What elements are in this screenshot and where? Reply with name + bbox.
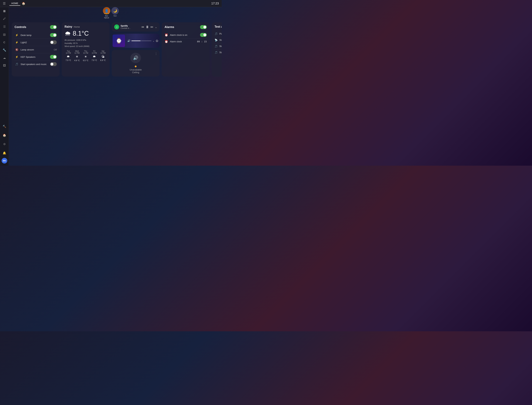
spotify-controls: ⏮ ⏸ ⏭ ⌄ xyxy=(141,25,157,29)
testapp-wakeup-light: 📡 Start wake up light xyxy=(214,37,222,43)
alarm-item-time: ⏰ Alarm clock 09 : 15 xyxy=(165,38,207,45)
forecast-thu: Thu12 PM ☀ 6.5 °C xyxy=(82,50,90,61)
start-speakers-icon: 🎵 xyxy=(14,62,19,66)
spotify-header: ♫ Spotify Cumbia d... ⏮ ⏸ ⏭ ⌄ xyxy=(114,24,157,29)
sidebar-icon-list[interactable]: ☰ xyxy=(1,23,8,30)
spotify-logo: ♫ xyxy=(114,24,119,29)
air-pressure: Air pressure: 1008.9 hPa xyxy=(65,39,107,42)
spotify-info: Spotify Cumbia d... xyxy=(121,25,140,29)
testapp-speakers-label: Start speakers xyxy=(219,51,222,54)
media-player-card: ⌚ 🔊 ⌄ ⏻ xyxy=(112,34,160,48)
kef-label: KEF Speakers xyxy=(21,56,48,58)
sidebar-icon-grid[interactable]: ⊞ xyxy=(1,7,8,14)
more-options-icon[interactable]: ⋮ xyxy=(155,52,158,55)
menu-icon[interactable]: ☰ xyxy=(3,2,6,6)
volume-slider[interactable] xyxy=(131,40,152,41)
lamp-stroom-value: Off xyxy=(54,48,57,51)
forecast-row: Tue12 PM 🌧 7.9 °C Wed12 PM ☀ 4.9 °C Thu1… xyxy=(65,50,107,61)
sidebar-icon-inbox[interactable]: 🖉 xyxy=(1,15,8,22)
spotify-track: Cumbia d... xyxy=(121,27,140,29)
sidebar-bottom: 🔨 🏠 ⚙ 🔔 BN xyxy=(1,122,8,166)
sidebar: ⊞ 🖉 ☰ ▧ C 🔧 ☁ 🖼 🔨 🏠 ⚙ 🔔 BN xyxy=(0,0,9,166)
testapp-spotify-label: Play Spotify on speakers xyxy=(219,33,222,35)
desk-lamp-label: Desk lamp xyxy=(21,34,48,36)
desk-lamp-toggle[interactable] xyxy=(50,33,57,37)
user-profile-area: 👤 WORK 🌙 Bas Nijholt Sun xyxy=(103,7,119,19)
alarm-time-value: 09 : 15 xyxy=(197,40,207,43)
profile-labels: Bas Nijholt Sun xyxy=(103,15,119,19)
sidebar-icon-media[interactable]: 🖼 xyxy=(1,62,8,69)
sidebar-avatar[interactable]: BN xyxy=(2,158,7,163)
weather-condition: Rainy xyxy=(65,25,72,28)
testapp-speakers-icon: 🎵 xyxy=(214,51,218,54)
sidebar-build-icon[interactable]: 🔨 xyxy=(1,123,8,130)
alarms-header: Alarms xyxy=(165,25,207,29)
test-apps-header: Test apps xyxy=(214,25,222,28)
unavailable-sublabel: Ceiling xyxy=(132,71,139,74)
start-speakers-toggle[interactable] xyxy=(50,62,57,66)
spotify-play[interactable]: ⏸ xyxy=(145,25,149,29)
work-badge: WORK xyxy=(104,13,109,14)
media-column: ♫ Spotify Cumbia d... ⏮ ⏸ ⏭ ⌄ ⌚ xyxy=(112,22,160,76)
alarm-on-label: Alarm clock is on xyxy=(170,34,198,36)
media-bg: ⌚ 🔊 ⌄ ⏻ xyxy=(112,34,160,48)
kef-icon: ⚡ xyxy=(14,55,19,59)
test-apps-title: Test apps xyxy=(214,25,222,28)
control-start-speakers: 🎵 Start speakers and music xyxy=(14,61,57,68)
forecast-sat: Sat12 PM 🌤 6.9 °C xyxy=(99,50,107,61)
sidebar-icon-tools[interactable]: 🔧 xyxy=(1,47,8,54)
profile-name-label: Bas Nijholt xyxy=(103,15,110,19)
testapp-wakeup-spotify-icon: 🎵 xyxy=(214,45,218,48)
weather-card: Rainy Home 🌧 8.1°C Air pressure: 1008.9 … xyxy=(62,22,110,76)
spotify-next[interactable]: ⏭ xyxy=(151,25,153,28)
nav-home[interactable]: HOME xyxy=(9,1,21,6)
light2-icon: ⚡ xyxy=(14,40,19,44)
alarms-main-toggle[interactable] xyxy=(200,25,207,29)
weather-main: 🌧 8.1°C xyxy=(65,30,107,37)
controls-main-toggle[interactable] xyxy=(50,25,57,29)
sidebar-home-icon[interactable]: 🏠 xyxy=(1,132,8,139)
controls-title: Controls xyxy=(14,26,26,29)
control-lamp-stroom: 🔇 Lamp stroom Off xyxy=(14,46,57,53)
alarm-on-toggle[interactable] xyxy=(200,33,207,37)
sidebar-settings-icon[interactable]: ⚙ xyxy=(1,141,8,148)
topbar-time: 17:23 xyxy=(211,2,219,5)
power-icon[interactable]: ⏻ xyxy=(156,39,158,42)
start-speakers-label: Start speakers and music xyxy=(21,63,48,66)
spotify-card: ♫ Spotify Cumbia d... ⏮ ⏸ ⏭ ⌄ xyxy=(112,22,160,32)
testapp-start-speakers: 🎵 Start speakers xyxy=(214,49,222,55)
sidebar-notification-icon[interactable]: 🔔 xyxy=(1,149,8,156)
spotify-expand[interactable]: ⌄ xyxy=(155,25,157,29)
alarm-time-label: Alarm clock xyxy=(170,40,195,43)
testapp-wakeup-spotify-label: Start wake up with Spotify xyxy=(219,45,222,47)
lamp-stroom-label: Lamp stroom xyxy=(21,48,52,51)
light2-label: Light2 xyxy=(21,41,48,44)
light2-toggle[interactable] xyxy=(50,40,57,44)
unavailable-icon: 🔊 xyxy=(130,53,141,63)
moon-icon[interactable]: 🌙 xyxy=(111,7,119,14)
sidebar-icon-chart[interactable]: ▧ xyxy=(1,31,8,38)
weather-location: Home xyxy=(74,26,80,28)
lamp-stroom-icon: 🔇 xyxy=(14,47,19,52)
nav-home-icon[interactable]: 🏠 xyxy=(22,2,25,5)
cards-row-1: Controls ⚡ Desk lamp ⚡ Light2 🔇 Lamp str xyxy=(12,22,219,76)
desk-lamp-icon: ⚡ xyxy=(14,33,19,37)
profile-sun-label: Sun xyxy=(111,15,119,19)
user-avatar[interactable]: 👤 WORK xyxy=(103,7,110,14)
spotify-prev[interactable]: ⏮ xyxy=(141,25,144,28)
wind-speed: Wind speed: 22 km/h (NNW) xyxy=(65,45,107,48)
sidebar-icon-cloud[interactable]: ☁ xyxy=(1,54,8,61)
testapp-wakeup-spotify: 🎵 Start wake up with Spotify xyxy=(214,43,222,49)
weather-header: Rainy Home xyxy=(65,25,107,28)
unavailable-label: Unavailable xyxy=(130,68,142,71)
expand-icon[interactable]: ⌄ xyxy=(152,39,155,42)
media-controls-row: 🔊 ⌄ ⏻ xyxy=(126,39,160,42)
testapp-wakeup-label: Start wake up light xyxy=(219,39,222,41)
profile-photo: 👤 WORK xyxy=(103,7,110,14)
control-light2: ⚡ Light2 xyxy=(14,39,57,46)
sidebar-icon-c[interactable]: C xyxy=(1,39,8,46)
testapp-play-spotify: 🎵 Play Spotify on speakers xyxy=(214,31,222,37)
kef-toggle[interactable] xyxy=(50,55,57,59)
controls-header: Controls xyxy=(14,25,57,29)
topbar: ☰ HOME 🏠 17:23 xyxy=(0,0,222,7)
